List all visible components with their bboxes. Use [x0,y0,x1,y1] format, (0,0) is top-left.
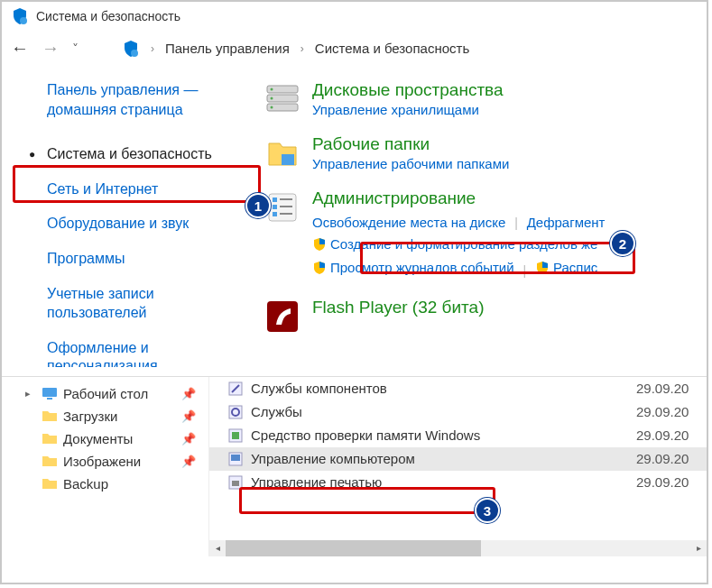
titlebar: Система и безопасность [2,2,707,31]
shortcut-icon [227,404,244,420]
file-name: Службы [251,404,302,419]
sidebar-item-hardware[interactable]: Оборудование и звук [18,207,254,242]
forward-button[interactable]: → [42,38,60,59]
sidebar-item-programs[interactable]: Программы [18,242,254,277]
tree-item-label: Изображени [63,454,141,469]
svg-point-7 [271,106,273,109]
sidebar-item-network[interactable]: Сеть и Интернет [18,172,254,207]
svg-rect-12 [273,212,277,216]
folder-icon [42,476,58,491]
breadcrumb-current[interactable]: Система и безопасность [315,41,469,56]
category-flash-player: Flash Player (32 бита) [254,298,707,335]
sidebar-item-appearance[interactable]: Оформление и персонализация [18,331,254,367]
desktop-icon [42,386,58,400]
file-explorer: ▸ Рабочий стол 📌 Загрузки 📌 Документы 📌 … [2,376,707,556]
pin-icon: 📌 [181,432,203,446]
folder-icon [42,431,58,446]
svg-rect-20 [232,432,239,439]
back-button[interactable]: ← [11,38,29,59]
divider: | [522,263,526,278]
file-name: Службы компонентов [251,381,387,396]
svg-point-5 [271,88,273,91]
content-panel: Дисковые пространства Управление хранили… [254,71,707,376]
tree-item-label: Backup [63,476,108,492]
file-name: Управление печатью [251,474,382,490]
uac-shield-icon [535,261,550,275]
svg-rect-15 [47,398,52,400]
tree-item-label: Документы [63,431,133,446]
sidebar-home-link[interactable]: Панель управления — домашняя страница [18,80,254,121]
svg-rect-8 [282,154,294,165]
divider: | [514,216,518,230]
uac-shield-icon [312,237,327,252]
scrollbar-thumb[interactable] [226,540,481,556]
folder-icon [264,134,301,172]
window-title: Система и безопасность [36,9,180,23]
category-title[interactable]: Рабочие папки [312,134,707,154]
sidebar-item-system-security[interactable]: Система и безопасность [18,137,254,172]
folder-icon [42,409,58,423]
folder-tree: ▸ Рабочий стол 📌 Загрузки 📌 Документы 📌 … [2,377,209,556]
tree-item-label: Рабочий стол [63,386,148,401]
admin-link-events[interactable]: Просмотр журналов событий [330,257,514,279]
file-date: 29.09.20 [636,451,699,466]
annotation-badge-3: 3 [475,498,500,523]
admin-link-partitions[interactable]: Создание и форматирование разделов же [330,234,597,255]
admin-link-defrag[interactable]: Дефрагмент [527,215,606,230]
tree-item-desktop[interactable]: ▸ Рабочий стол 📌 [5,382,205,405]
pin-icon: 📌 [181,455,203,468]
tree-item-backup[interactable]: Backup [5,473,205,495]
file-row[interactable]: Службы компонентов 29.09.20 [209,377,707,400]
file-row[interactable]: Управление печатью 29.09.20 [209,471,707,494]
breadcrumb[interactable]: › Панель управления › Система и безопасн… [122,40,469,58]
annotation-badge-2: 2 [610,231,635,256]
category-sublink[interactable]: Управление хранилищами [312,102,707,117]
shield-icon [11,7,29,25]
category-title[interactable]: Дисковые пространства [312,80,707,100]
shortcut-icon [227,474,244,491]
file-row[interactable]: Службы 29.09.20 [209,400,707,424]
pin-icon: 📌 [181,387,203,400]
file-row-computer-management[interactable]: Управление компьютером 29.09.20 [209,447,707,471]
file-date: 29.09.20 [636,404,699,419]
breadcrumb-root[interactable]: Панель управления [165,41,290,56]
svg-rect-14 [42,388,57,397]
category-work-folders: Рабочие папки Управление рабочими папкам… [254,134,707,172]
horizontal-scrollbar[interactable]: ◂ ▸ [209,540,707,556]
scroll-left-button[interactable]: ◂ [209,540,226,556]
scroll-right-button[interactable]: ▸ [690,540,707,556]
shield-icon [122,40,140,58]
category-title[interactable]: Администрирование [312,188,707,208]
file-list: Службы компонентов 29.09.20 Службы 29.09… [209,377,707,556]
svg-rect-24 [232,481,239,486]
svg-rect-10 [273,198,277,202]
svg-point-6 [271,97,273,100]
chevron-right-icon[interactable]: ▸ [25,388,31,400]
disk-icon [264,80,301,118]
svg-point-1 [131,50,138,57]
file-date: 29.09.20 [636,474,699,490]
category-administration: Администрирование Освобождение места на … [254,188,707,281]
file-row[interactable]: Средство проверки памяти Windows 29.09.2… [209,424,707,447]
category-title[interactable]: Flash Player (32 бита) [312,298,707,317]
tree-item-pictures[interactable]: Изображени 📌 [5,450,205,473]
tree-item-documents[interactable]: Документы 📌 [5,427,205,450]
navbar: ← → ˅ › Панель управления › Система и бе… [2,31,707,71]
tree-item-label: Загрузки [63,409,117,424]
folder-icon [42,454,58,468]
category-sublink[interactable]: Управление рабочими папками [312,156,707,171]
category-storage-spaces: Дисковые пространства Управление хранили… [254,80,707,118]
file-name: Управление компьютером [251,451,415,466]
tree-item-downloads[interactable]: Загрузки 📌 [5,405,205,427]
sidebar-item-accounts[interactable]: Учетные записи пользователей [18,277,254,331]
uac-shield-icon [312,261,327,275]
svg-point-0 [20,17,27,24]
shortcut-icon [227,381,244,397]
file-date: 29.09.20 [636,427,699,443]
admin-link-scheduler[interactable]: Распис [553,257,597,279]
pin-icon: 📌 [181,409,203,423]
up-button[interactable]: ˅ [72,41,79,56]
shortcut-icon [227,451,244,467]
admin-link-cleanup[interactable]: Освобождение места на диске [312,215,505,230]
shortcut-icon [227,427,244,444]
